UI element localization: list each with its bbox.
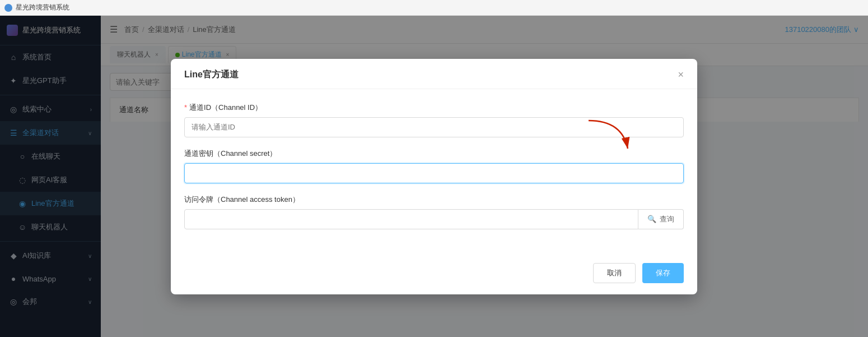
access-token-label: 访问令牌（Channel access token） [184, 195, 684, 205]
channel-secret-input[interactable] [184, 163, 684, 183]
required-marker: * [184, 103, 187, 112]
cancel-button[interactable]: 取消 [593, 263, 636, 283]
channel-id-label-text: 通道ID（Channel ID） [189, 103, 262, 113]
app-title: 星光跨境营销系统 [16, 3, 69, 12]
modal-line-channel: Line官方通道 × * 通道ID（Channel ID） 通道密钥（Chann… [171, 59, 697, 294]
access-token-input-group: 🔍 查询 [184, 209, 684, 229]
query-icon: 🔍 [647, 215, 656, 223]
form-group-access-token: 访问令牌（Channel access token） 🔍 查询 [184, 195, 684, 229]
modal-footer: 取消 保存 [171, 254, 697, 294]
modal-title: Line官方通道 [184, 69, 239, 81]
modal-body: * 通道ID（Channel ID） 通道密钥（Channel secret） [171, 89, 697, 254]
channel-id-label: * 通道ID（Channel ID） [184, 103, 684, 113]
title-bar: 星光跨境营销系统 [0, 0, 868, 16]
access-token-input[interactable] [184, 209, 638, 229]
form-group-channel-id: * 通道ID（Channel ID） [184, 103, 684, 137]
app-icon [4, 4, 12, 12]
modal-overlay: Line官方通道 × * 通道ID（Channel ID） 通道密钥（Chann… [0, 16, 868, 337]
channel-secret-label: 通道密钥（Channel secret） [184, 149, 684, 159]
save-button[interactable]: 保存 [642, 263, 684, 283]
channel-secret-label-text: 通道密钥（Channel secret） [184, 149, 277, 159]
form-group-channel-secret: 通道密钥（Channel secret） [184, 149, 684, 183]
query-button[interactable]: 🔍 查询 [638, 209, 684, 229]
channel-id-input[interactable] [184, 117, 684, 137]
access-token-label-text: 访问令牌（Channel access token） [184, 195, 300, 205]
modal-header: Line官方通道 × [171, 59, 697, 89]
query-button-label: 查询 [660, 214, 674, 224]
modal-close-button[interactable]: × [678, 70, 684, 80]
